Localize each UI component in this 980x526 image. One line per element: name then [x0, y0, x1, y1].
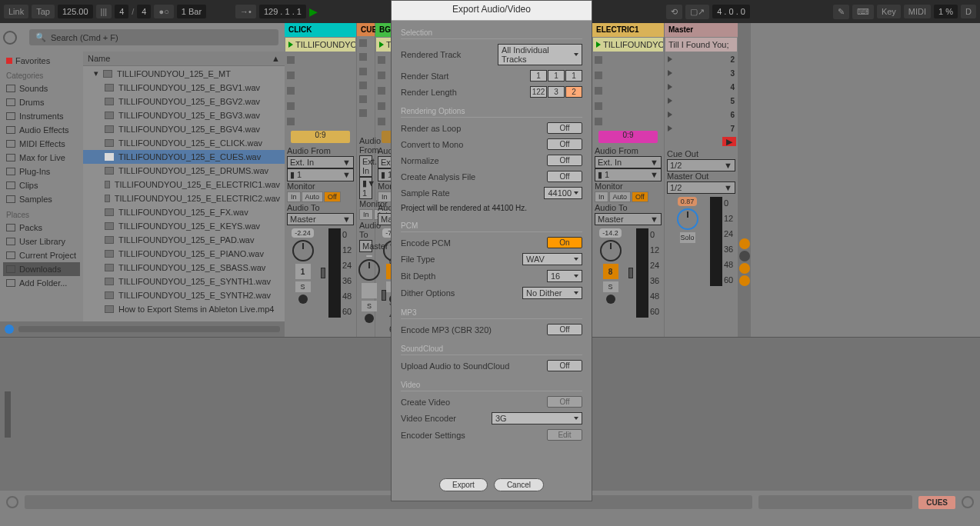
render-loop-label: Render as Loop	[401, 124, 461, 133]
section-soundcloud: SoundCloud	[401, 345, 582, 355]
video-enc-select[interactable]: 3G	[492, 412, 582, 424]
dither-label: Dither Options	[401, 288, 455, 298]
video-enc-label: Video Encoder	[401, 414, 456, 423]
section-pcm: PCM	[401, 221, 582, 232]
encode-mp3-toggle[interactable]: Off	[547, 324, 582, 335]
render-loop-toggle[interactable]: Off	[547, 122, 582, 134]
convert-mono-label: Convert to Mono	[401, 140, 463, 149]
export-button[interactable]: Export	[439, 478, 488, 491]
bit-depth-select[interactable]: 16	[547, 270, 582, 282]
sample-rate-select[interactable]: 44100	[544, 187, 582, 199]
render-start-label: Render Start	[401, 72, 448, 81]
analysis-toggle[interactable]: Off	[547, 171, 582, 182]
file-type-label: File Type	[401, 255, 435, 264]
normalize-toggle[interactable]: Off	[547, 155, 582, 166]
normalize-label: Normalize	[401, 156, 439, 165]
sample-rate-label: Sample Rate	[401, 188, 450, 198]
upload-sc-label: Upload Audio to SoundCloud	[401, 361, 509, 371]
section-video: Video	[401, 381, 582, 391]
cancel-button[interactable]: Cancel	[494, 478, 544, 491]
enc-settings-button[interactable]: Edit	[547, 429, 582, 441]
rendered-track-label: Rendered Track	[401, 50, 461, 59]
analysis-label: Create Analysis File	[401, 172, 475, 181]
export-dialog: Export Audio/Video Selection Rendered Tr…	[391, 0, 592, 501]
section-selection: Selection	[401, 28, 582, 39]
render-length-field[interactable]: 12232	[530, 86, 582, 98]
section-mp3: MP3	[401, 308, 582, 319]
rendered-track-select[interactable]: All Individual Tracks	[498, 44, 582, 65]
render-start-field[interactable]: 111	[530, 70, 582, 82]
convert-mono-toggle[interactable]: Off	[547, 138, 582, 150]
enc-settings-label: Encoder Settings	[401, 431, 465, 440]
encode-pcm-label: Encode PCM	[401, 238, 451, 248]
render-length-label: Render Length	[401, 88, 457, 97]
encode-mp3-label: Encode MP3 (CBR 320)	[401, 325, 492, 335]
render-note: Project will be rendered at 44100 Hz.	[401, 204, 582, 212]
create-video-toggle[interactable]: Off	[547, 396, 582, 408]
upload-sc-toggle[interactable]: Off	[547, 360, 582, 371]
create-video-label: Create Video	[401, 398, 450, 407]
section-rendering: Rendering Options	[401, 107, 582, 118]
dialog-title: Export Audio/Video	[392, 1, 592, 21]
encode-pcm-toggle[interactable]: On	[547, 237, 582, 248]
bit-depth-label: Bit Depth	[401, 271, 435, 281]
dither-select[interactable]: No Dither	[522, 287, 582, 299]
file-type-select[interactable]: WAV	[522, 253, 582, 265]
